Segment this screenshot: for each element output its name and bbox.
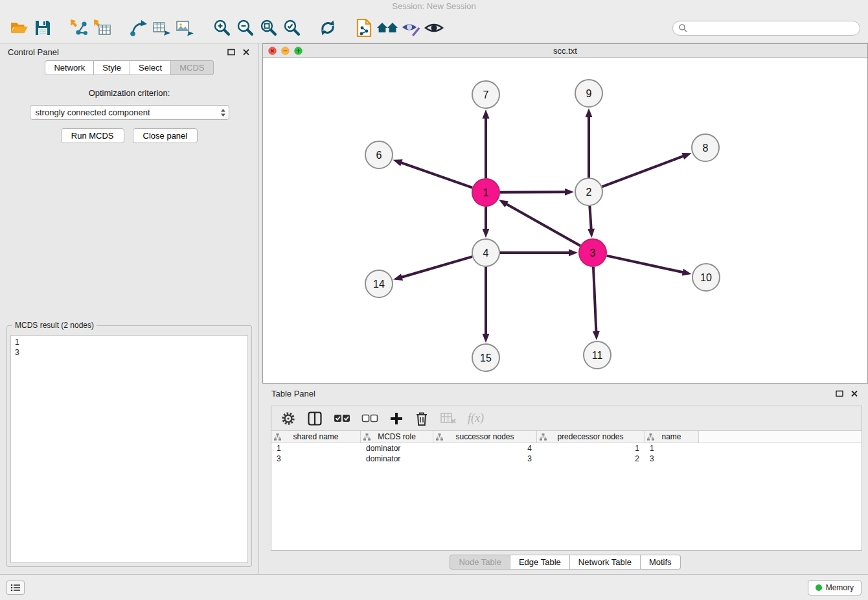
refresh-button[interactable]: [316, 16, 339, 40]
zoom-fit-button[interactable]: [257, 16, 280, 40]
cell-predecessor[interactable]: 1: [537, 443, 645, 454]
graph-edge-3-1[interactable]: [505, 203, 580, 246]
column-hierarchy-icon: [436, 433, 443, 443]
network-canvas[interactable]: 7968124314101511: [263, 58, 867, 383]
table-tab-network-table[interactable]: Network Table: [570, 555, 641, 570]
memory-status-icon: [816, 584, 822, 591]
graph-edge-arrowhead-2-9: [586, 108, 593, 117]
graph-edge-3-10[interactable]: [606, 256, 683, 273]
cell-predecessor[interactable]: 2: [537, 454, 645, 464]
table-tab-edge-table[interactable]: Edge Table: [510, 555, 570, 570]
control-tab-select[interactable]: Select: [130, 60, 171, 75]
graph-edge-2-3[interactable]: [589, 206, 591, 230]
save-session-button[interactable]: [31, 16, 54, 40]
table-row[interactable]: 1dominator411: [271, 443, 862, 454]
network-window-titlebar[interactable]: scc.txt: [263, 44, 867, 58]
import-network-icon: [70, 19, 88, 37]
table-empty-area[interactable]: [271, 464, 862, 550]
zoom-in-button[interactable]: [210, 16, 233, 40]
graph-edge-2-8[interactable]: [602, 156, 685, 187]
status-bar: Memory: [0, 574, 868, 600]
export-table-icon: [152, 19, 172, 37]
cell-shared_name[interactable]: 1: [271, 443, 361, 454]
graph-edge-1-6[interactable]: [400, 163, 472, 188]
criterion-dropdown[interactable]: strongly connected component: [30, 105, 229, 120]
table-settings-button[interactable]: [280, 411, 296, 426]
close-panel-action-button[interactable]: Close panel: [133, 128, 198, 143]
memory-button[interactable]: Memory: [808, 580, 862, 595]
cell-successor[interactable]: 3: [433, 454, 537, 464]
float-window-icon: [836, 390, 843, 397]
mcds-result-item[interactable]: 1: [15, 337, 244, 347]
show-panels-button[interactable]: [6, 581, 25, 595]
mcds-result-title: MCDS result (2 nodes): [12, 321, 97, 330]
add-row-button[interactable]: [389, 411, 404, 426]
search-input[interactable]: [691, 23, 854, 32]
cell-name[interactable]: 3: [645, 454, 699, 464]
column-header-name[interactable]: name: [645, 431, 699, 443]
checked-boxes-icon: [334, 413, 350, 424]
graph-edge-4-14[interactable]: [401, 257, 472, 277]
export-table-button[interactable]: [150, 16, 174, 40]
control-tab-style[interactable]: Style: [94, 60, 130, 75]
graph-edge-3-11[interactable]: [593, 267, 596, 332]
table-tab-motifs[interactable]: Motifs: [641, 555, 681, 570]
function-builder-button[interactable]: f(x): [468, 411, 484, 425]
cell-mcds_role[interactable]: dominator: [361, 454, 433, 464]
cell-shared_name[interactable]: 3: [271, 454, 361, 464]
delete-row-button[interactable]: [415, 411, 429, 426]
close-table-panel-button[interactable]: [850, 389, 859, 398]
control-tab-network[interactable]: Network: [45, 60, 94, 75]
graph-edge-1-2[interactable]: [500, 192, 566, 192]
show-graphics-details-button[interactable]: [399, 16, 422, 40]
table-row[interactable]: 3dominator323: [271, 454, 862, 464]
close-panel-button[interactable]: [242, 47, 251, 56]
open-network-file-button[interactable]: [352, 16, 376, 40]
zoom-out-button[interactable]: [233, 16, 257, 40]
ndex-browse-button[interactable]: [376, 16, 399, 40]
export-image-button[interactable]: [174, 16, 197, 40]
open-session-button[interactable]: [8, 16, 31, 40]
control-tab-mcds[interactable]: MCDS: [171, 60, 213, 75]
delete-columns-button[interactable]: [440, 411, 457, 426]
table-panel-title: Table Panel: [271, 389, 315, 398]
cell-successor[interactable]: 4: [433, 443, 537, 454]
deselect-all-button[interactable]: [361, 413, 378, 424]
graph-node-label-1: 1: [483, 187, 489, 198]
network-window-title: scc.txt: [263, 46, 867, 56]
graph-edge-arrowhead-4-14: [393, 273, 403, 281]
close-window-button[interactable]: [268, 47, 277, 55]
zoom-selected-button[interactable]: [280, 16, 303, 40]
zoom-window-button[interactable]: [294, 47, 303, 55]
toggle-bird-view-button[interactable]: [422, 16, 446, 40]
mcds-result-list[interactable]: 13: [10, 335, 248, 563]
clone-network-button[interactable]: [127, 16, 150, 40]
global-search-field[interactable]: [672, 21, 860, 36]
node-table-header: shared nameMCDS rolesuccessor nodesprede…: [271, 431, 862, 443]
column-header-label: successor nodes: [455, 432, 514, 441]
column-header-predecessor-nodes[interactable]: predecessor nodes: [537, 431, 645, 443]
table-tab-node-table[interactable]: Node Table: [450, 555, 510, 570]
minimize-window-button[interactable]: [281, 47, 290, 55]
cell-mcds_role[interactable]: dominator: [361, 443, 433, 454]
column-header-MCDS-role[interactable]: MCDS role: [361, 431, 433, 443]
select-all-button[interactable]: [334, 413, 350, 424]
import-network-button[interactable]: [67, 16, 91, 40]
float-panel-button[interactable]: [227, 47, 236, 56]
import-table-button[interactable]: [91, 16, 114, 40]
control-panel-tabs: NetworkStyleSelectMCDS: [0, 60, 258, 75]
mcds-result-item[interactable]: 3: [15, 347, 244, 358]
clone-network-icon: [130, 19, 148, 37]
column-header-shared-name[interactable]: shared name: [271, 431, 361, 443]
graph-node-label-9: 9: [586, 88, 592, 99]
zoom-out-icon: [235, 18, 255, 38]
column-hierarchy-icon: [274, 433, 281, 443]
float-table-panel-button[interactable]: [835, 389, 844, 398]
window-title: Session: New Session: [0, 0, 868, 13]
graph-node-label-11: 11: [592, 350, 603, 361]
column-header-successor-nodes[interactable]: successor nodes: [433, 431, 537, 443]
run-mcds-button[interactable]: Run MCDS: [61, 128, 124, 143]
cell-name[interactable]: 1: [645, 443, 699, 454]
show-columns-button[interactable]: [307, 411, 323, 426]
graph-node-label-6: 6: [376, 150, 382, 161]
